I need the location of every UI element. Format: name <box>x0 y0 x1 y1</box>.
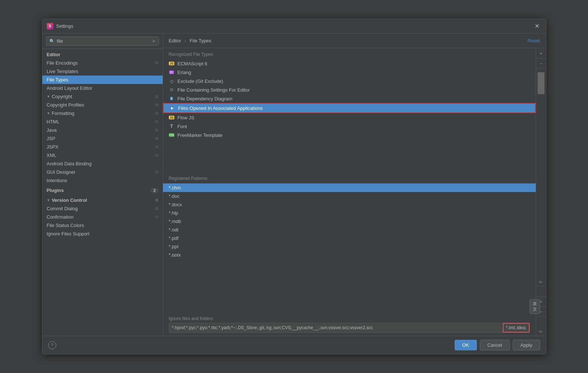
sidebar-item-confirmation[interactable]: Confirmation ⧉ <box>42 213 163 221</box>
edit-file-type-button[interactable]: ✏ <box>536 278 546 286</box>
help-button[interactable]: ? <box>48 341 56 349</box>
copy-icon-jspx: ⧉ <box>155 145 158 149</box>
titlebar: S Settings ✕ <box>42 19 546 34</box>
right-panel: Editor › File Types Reset Recognized Fil… <box>163 34 546 336</box>
settings-dialog: S Settings ✕ 🔍 ✕ Editor File Encodings <box>42 19 546 354</box>
pattern-ppt[interactable]: *.ppt <box>163 242 536 251</box>
reset-button[interactable]: Reset <box>528 38 540 43</box>
file-type-files-opened[interactable]: ▶ Files Opened In Associated Application… <box>163 103 536 113</box>
breadcrumb-parent: Editor <box>169 38 181 43</box>
ignore-input[interactable] <box>169 323 503 332</box>
sidebar-item-android-data-binding[interactable]: Android Data Binding <box>42 159 163 168</box>
sidebar-item-intentions[interactable]: Intentions <box>42 176 163 185</box>
patterns-list: *.chm *.doc *.docx *.hlp *.mdb *.odt *.p… <box>163 184 536 257</box>
copy-icon-java: ⧉ <box>155 128 158 132</box>
search-input[interactable] <box>57 38 152 44</box>
search-wrapper: 🔍 ✕ <box>46 36 159 46</box>
freemarker-icon: FM <box>169 132 175 138</box>
sidebar-item-jspx[interactable]: JSPX ⧉ <box>42 143 163 151</box>
sidebar-item-copyright[interactable]: ▼ Copyright ⧉ <box>42 92 163 101</box>
sidebar-item-xml[interactable]: XML ⧉ <box>42 151 163 159</box>
pattern-pdf[interactable]: *.pdf <box>163 234 536 242</box>
sidebar-item-html[interactable]: HTML ⧉ <box>42 118 163 126</box>
file-type-freemarker[interactable]: FM FreeMarker Template <box>163 131 536 139</box>
ime-indicator: 英 文 <box>530 299 540 314</box>
editor-label: Editor <box>47 52 61 57</box>
search-icon: 🔍 <box>49 39 55 44</box>
files-opened-label: Files Opened In Associated Applications <box>178 105 263 111</box>
scrollbar-thumb <box>538 72 545 94</box>
xml-label: XML <box>47 153 57 158</box>
file-containing-icon: ⚙ <box>169 87 175 93</box>
file-type-file-dep[interactable]: ≡ File Dependency Diagram <box>163 94 536 103</box>
right-panel-wrapper: Editor › File Types Reset Recognized Fil… <box>163 34 546 336</box>
copy-icon-formatting: ⧉ <box>155 111 158 116</box>
file-type-ecma6[interactable]: JS ECMAScript 6 <box>163 59 536 68</box>
file-type-erlang[interactable]: Er Erlang <box>163 68 536 77</box>
copyright-profiles-label: Copyright Profiles <box>47 102 84 108</box>
apply-button[interactable]: Apply <box>513 340 540 350</box>
file-type-file-containing[interactable]: ⚙ File Containing Settings For Editor <box>163 85 536 94</box>
copy-icon-xml: ⧉ <box>155 153 158 158</box>
sidebar-tree: Editor File Encodings ⧉ Live Templates F… <box>42 49 163 336</box>
font-label: Font <box>178 124 187 129</box>
android-layout-editor-label: Android Layout Editor <box>47 85 92 91</box>
search-clear-icon[interactable]: ✕ <box>152 39 156 44</box>
sidebar-item-android-layout-editor[interactable]: Android Layout Editor <box>42 84 163 92</box>
ignore-input-wrapper: *.iml;.idea; <box>169 323 530 333</box>
sidebar-item-version-control[interactable]: ▼ Version Control ⧉ <box>42 196 163 204</box>
ok-button[interactable]: OK <box>455 340 477 350</box>
remove-file-type-button[interactable]: − <box>536 58 546 69</box>
sidebar-item-editor[interactable]: Editor <box>42 50 163 59</box>
file-types-label: File Types <box>47 77 68 82</box>
pattern-hlp[interactable]: *.hlp <box>163 209 536 217</box>
patterns-section-label: Registered Patterns <box>163 172 536 183</box>
sidebar-item-plugins[interactable]: Plugins 3 <box>42 186 163 195</box>
pattern-pptx[interactable]: *.pptx <box>163 251 536 257</box>
cancel-button[interactable]: Cancel <box>480 340 510 350</box>
ime-line2: 文 <box>533 307 537 312</box>
file-type-git-exclude[interactable]: ◇ Exclude (Git Exclude) <box>163 77 536 85</box>
sidebar-item-ignore-files-support[interactable]: Ignore Files Support <box>42 230 163 238</box>
pattern-doc[interactable]: *.doc <box>163 192 536 200</box>
edit-pattern-button[interactable]: ✏ <box>536 328 546 336</box>
right-header: Editor › File Types Reset <box>163 34 546 48</box>
sidebar: 🔍 ✕ Editor File Encodings ⧉ Live Templat… <box>42 34 163 336</box>
sidebar-item-file-encodings[interactable]: File Encodings ⧉ <box>42 59 163 67</box>
pattern-chm[interactable]: *.chm <box>163 184 536 192</box>
sidebar-item-formatting[interactable]: ▼ Formatting ⧉ <box>42 109 163 118</box>
close-button[interactable]: ✕ <box>532 22 542 30</box>
html-label: HTML <box>47 119 60 124</box>
copy-icon-confirmation: ⧉ <box>155 215 158 219</box>
plugins-label: Plugins <box>47 188 64 193</box>
pattern-docx[interactable]: *.docx <box>163 200 536 209</box>
add-file-type-button[interactable]: + <box>536 48 546 58</box>
sidebar-item-commit-dialog[interactable]: Commit Dialog ⧉ <box>42 204 163 213</box>
sidebar-item-file-types[interactable]: File Types <box>42 76 163 84</box>
file-type-font[interactable]: T Font <box>163 122 536 131</box>
sidebar-item-file-status-colors[interactable]: File Status Colors <box>42 221 163 230</box>
file-encodings-label: File Encodings <box>47 60 78 66</box>
sidebar-item-copyright-profiles[interactable]: Copyright Profiles ⧉ <box>42 101 163 109</box>
list-panel: Recognized File Types JS ECMAScript 6 <box>163 48 536 336</box>
pattern-mdb[interactable]: *.mdb <box>163 217 536 226</box>
copyright-arrow: ▼ <box>47 95 50 99</box>
sidebar-item-java[interactable]: Java ⧉ <box>42 126 163 134</box>
app-icon: S <box>47 23 53 30</box>
file-types-list: JS ECMAScript 6 Er Erlang <box>163 59 536 172</box>
sidebar-item-jsp[interactable]: JSP ⧉ <box>42 134 163 143</box>
ignore-section-label: Ignore files and folders <box>163 313 536 323</box>
file-dep-icon: ≡ <box>169 96 175 101</box>
pattern-odt[interactable]: *.odt <box>163 226 536 234</box>
ignore-highlight[interactable]: *.iml;.idea; <box>503 323 529 332</box>
formatting-label: Formatting <box>52 111 74 116</box>
main-content: 🔍 ✕ Editor File Encodings ⧉ Live Templat… <box>42 34 546 336</box>
jsp-label: JSP <box>47 136 56 141</box>
ignore-files-support-label: Ignore Files Support <box>47 231 90 237</box>
recognized-section-label: Recognized File Types <box>163 48 536 59</box>
sidebar-item-live-templates[interactable]: Live Templates <box>42 67 163 76</box>
sidebar-item-gui-designer[interactable]: GUI Designer ⧉ <box>42 168 163 176</box>
plugins-badge: 3 <box>151 188 158 193</box>
file-status-colors-label: File Status Colors <box>47 223 84 228</box>
file-type-flowjs[interactable]: JS Flow JS <box>163 113 536 122</box>
